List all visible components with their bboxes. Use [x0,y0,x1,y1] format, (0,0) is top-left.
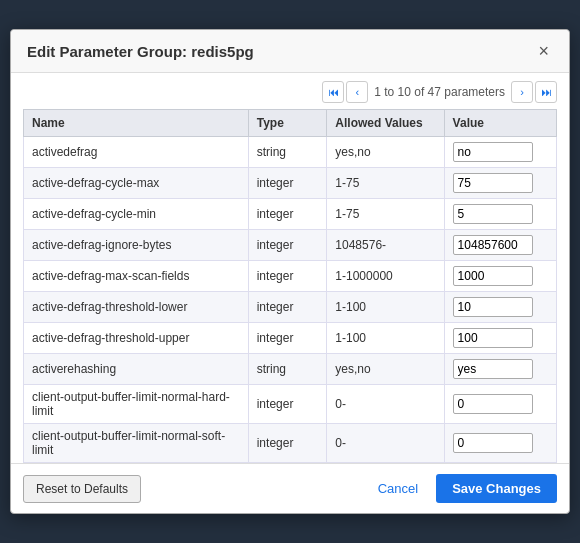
param-allowed-cell: 0- [327,424,444,463]
param-value-input[interactable] [453,173,533,193]
param-allowed-cell: 1-1000000 [327,261,444,292]
modal-body: ⏮ ‹ 1 to 10 of 47 parameters › ⏭ Name Ty… [11,73,569,463]
param-value-input[interactable] [453,359,533,379]
table-row: active-defrag-threshold-upperinteger1-10… [24,323,557,354]
param-allowed-cell: 1-100 [327,323,444,354]
param-value-cell[interactable] [444,168,556,199]
param-allowed-cell: yes,no [327,137,444,168]
param-value-input[interactable] [453,142,533,162]
col-header-value: Value [444,110,556,137]
col-header-allowed: Allowed Values [327,110,444,137]
next-page-button[interactable]: › [511,81,533,103]
table-row: activerehashingstringyes,no [24,354,557,385]
param-value-cell[interactable] [444,385,556,424]
param-value-cell[interactable] [444,292,556,323]
param-name-cell: active-defrag-threshold-upper [24,323,249,354]
param-name-cell: active-defrag-max-scan-fields [24,261,249,292]
footer-actions: Cancel Save Changes [368,474,557,503]
param-value-input[interactable] [453,235,533,255]
param-name-cell: active-defrag-cycle-max [24,168,249,199]
param-name-cell: client-output-buffer-limit-normal-hard-l… [24,385,249,424]
col-header-name: Name [24,110,249,137]
param-type-cell: integer [248,230,327,261]
table-row: active-defrag-cycle-maxinteger1-75 [24,168,557,199]
save-changes-button[interactable]: Save Changes [436,474,557,503]
table-row: client-output-buffer-limit-normal-soft-l… [24,424,557,463]
param-type-cell: integer [248,168,327,199]
param-type-cell: string [248,137,327,168]
param-name-cell: active-defrag-cycle-min [24,199,249,230]
first-page-button[interactable]: ⏮ [322,81,344,103]
param-type-cell: integer [248,261,327,292]
table-header-row: Name Type Allowed Values Value [24,110,557,137]
table-row: active-defrag-ignore-bytesinteger1048576… [24,230,557,261]
param-type-cell: string [248,354,327,385]
param-allowed-cell: 1048576- [327,230,444,261]
param-value-cell[interactable] [444,323,556,354]
param-type-cell: integer [248,199,327,230]
modal-footer: Reset to Defaults Cancel Save Changes [11,463,569,513]
param-value-input[interactable] [453,433,533,453]
param-name-cell: active-defrag-threshold-lower [24,292,249,323]
param-value-cell[interactable] [444,261,556,292]
modal-overlay: Edit Parameter Group: redis5pg × ⏮ ‹ 1 t… [0,0,580,543]
param-value-input[interactable] [453,297,533,317]
prev-page-button[interactable]: ‹ [346,81,368,103]
param-value-input[interactable] [453,394,533,414]
param-allowed-cell: yes,no [327,354,444,385]
cancel-button[interactable]: Cancel [368,475,428,502]
param-value-cell[interactable] [444,424,556,463]
param-value-input[interactable] [453,328,533,348]
param-value-cell[interactable] [444,199,556,230]
pagination-bar: ⏮ ‹ 1 to 10 of 47 parameters › ⏭ [23,81,557,103]
param-value-input[interactable] [453,204,533,224]
param-value-cell[interactable] [444,137,556,168]
table-row: active-defrag-threshold-lowerinteger1-10… [24,292,557,323]
parameters-table: Name Type Allowed Values Value activedef… [23,109,557,463]
param-name-cell: client-output-buffer-limit-normal-soft-l… [24,424,249,463]
param-value-input[interactable] [453,266,533,286]
param-type-cell: integer [248,323,327,354]
modal-title: Edit Parameter Group: redis5pg [27,43,254,60]
pagination-info: 1 to 10 of 47 parameters [374,85,505,99]
param-value-cell[interactable] [444,230,556,261]
table-row: client-output-buffer-limit-normal-hard-l… [24,385,557,424]
param-allowed-cell: 1-75 [327,168,444,199]
param-allowed-cell: 0- [327,385,444,424]
modal-header: Edit Parameter Group: redis5pg × [11,30,569,73]
edit-parameter-modal: Edit Parameter Group: redis5pg × ⏮ ‹ 1 t… [10,29,570,514]
param-name-cell: active-defrag-ignore-bytes [24,230,249,261]
param-value-cell[interactable] [444,354,556,385]
table-row: activedefragstringyes,no [24,137,557,168]
param-name-cell: activerehashing [24,354,249,385]
table-row: active-defrag-cycle-mininteger1-75 [24,199,557,230]
param-type-cell: integer [248,424,327,463]
param-allowed-cell: 1-100 [327,292,444,323]
param-type-cell: integer [248,292,327,323]
table-row: active-defrag-max-scan-fieldsinteger1-10… [24,261,557,292]
reset-defaults-button[interactable]: Reset to Defaults [23,475,141,503]
param-type-cell: integer [248,385,327,424]
last-page-button[interactable]: ⏭ [535,81,557,103]
col-header-type: Type [248,110,327,137]
param-name-cell: activedefrag [24,137,249,168]
close-button[interactable]: × [534,42,553,60]
param-allowed-cell: 1-75 [327,199,444,230]
